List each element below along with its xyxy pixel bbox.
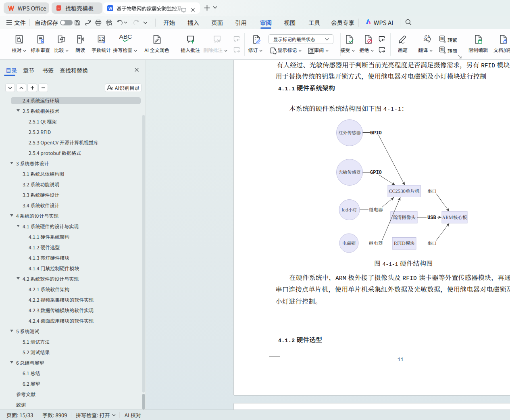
svg-text:RFID模块: RFID模块 [394, 240, 415, 246]
svg-text:12: 12 [98, 36, 104, 42]
svg-text:继电器: 继电器 [369, 240, 383, 246]
svg-text:W: W [108, 6, 112, 10]
svg-text:ARM核心板: ARM核心板 [442, 214, 467, 220]
svg-text:光敏传感器: 光敏传感器 [339, 169, 361, 175]
svg-text:串口: 串口 [427, 240, 437, 246]
svg-text:高清摄像头: 高清摄像头 [392, 214, 416, 220]
svg-text:led小灯: led小灯 [341, 206, 357, 213]
svg-text:电磁锁: 电磁锁 [342, 240, 356, 246]
svg-text:ABC: ABC [119, 33, 132, 40]
svg-text:A: A [427, 35, 430, 39]
svg-text:USB: USB [427, 215, 436, 221]
svg-text:繁: 繁 [440, 46, 444, 52]
svg-text:CC2530单片机: CC2530单片机 [389, 188, 420, 194]
svg-text:继电器: 继电器 [369, 206, 383, 213]
svg-text:红外传感器: 红外传感器 [339, 129, 361, 136]
svg-text:GPIO: GPIO [370, 130, 382, 136]
svg-text:简: 简 [440, 36, 444, 41]
svg-text:GPIO: GPIO [370, 170, 382, 176]
svg-text:串口: 串口 [427, 188, 437, 194]
